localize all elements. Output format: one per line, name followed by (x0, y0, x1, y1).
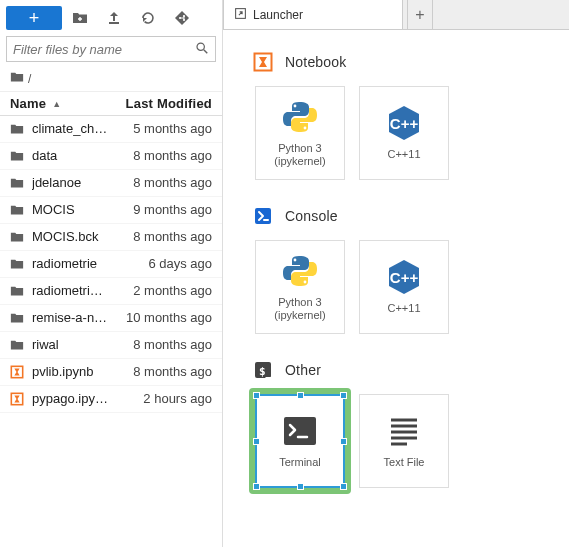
file-browser-toolbar: + (0, 4, 222, 36)
file-row[interactable]: MOCIS9 months ago (0, 197, 222, 224)
card-row: TerminalText File (253, 394, 569, 488)
file-row[interactable]: radiometrie6 days ago (0, 251, 222, 278)
file-modified: 8 months ago (133, 173, 212, 193)
resize-handle[interactable] (340, 483, 347, 490)
folder-icon (10, 122, 26, 136)
launcher-card[interactable]: C++11 (359, 240, 449, 334)
file-row[interactable]: jdelanoe8 months ago (0, 170, 222, 197)
tab-launcher[interactable]: Launcher (223, 0, 403, 29)
card-label: C++11 (383, 148, 424, 161)
file-modified: 9 months ago (133, 200, 212, 220)
file-modified: 8 months ago (133, 335, 212, 355)
file-modified: 8 months ago (133, 362, 212, 382)
file-name: jdelanoe (32, 173, 133, 193)
search-icon (195, 41, 209, 58)
launcher-section: OtherTerminalText File (253, 360, 569, 488)
card-label: Text File (380, 456, 429, 469)
file-name: data (32, 146, 133, 166)
file-modified: 8 months ago (133, 227, 212, 247)
folder-icon (10, 176, 26, 190)
file-row[interactable]: MOCIS.bck8 months ago (0, 224, 222, 251)
resize-handle[interactable] (297, 392, 304, 399)
file-name: pvlib.ipynb (32, 362, 133, 382)
filter-input[interactable] (13, 42, 195, 57)
new-tab-button[interactable]: + (407, 0, 433, 29)
file-modified: 2 months ago (133, 281, 212, 301)
column-name[interactable]: Name (10, 96, 46, 111)
launcher-section: NotebookPython 3 (ipykernel)C++11 (253, 52, 569, 180)
card-label: Python 3 (ipykernel) (256, 296, 344, 322)
breadcrumb-path: / (28, 72, 31, 86)
breadcrumb[interactable]: / (0, 66, 222, 92)
python-icon (281, 98, 319, 136)
resize-handle[interactable] (253, 483, 260, 490)
console-icon (253, 206, 273, 226)
notebook-icon (10, 392, 26, 406)
file-row[interactable]: climate_ch…5 months ago (0, 116, 222, 143)
file-name: radiometri… (32, 281, 133, 301)
card-label: C++11 (383, 302, 424, 315)
folder-icon (10, 230, 26, 244)
file-list: climate_ch…5 months agodata8 months agoj… (0, 116, 222, 547)
card-label: Terminal (275, 456, 325, 469)
new-folder-button[interactable] (64, 6, 96, 30)
card-label: Python 3 (ipykernel) (256, 142, 344, 168)
file-name: MOCIS.bck (32, 227, 133, 247)
launcher-card[interactable]: Python 3 (ipykernel) (255, 86, 345, 180)
launcher-card[interactable]: C++11 (359, 86, 449, 180)
launch-icon (234, 7, 247, 23)
file-list-header: Name ▲ Last Modified (0, 92, 222, 116)
refresh-button[interactable] (132, 6, 164, 30)
file-name: riwal (32, 335, 133, 355)
file-modified: 10 months ago (126, 308, 212, 328)
file-row[interactable]: remise-a-n…10 months ago (0, 305, 222, 332)
section-title: Notebook (285, 54, 347, 70)
folder-icon (10, 311, 26, 325)
launcher-card[interactable]: Python 3 (ipykernel) (255, 240, 345, 334)
new-launcher-button[interactable]: + (6, 6, 62, 30)
section-header: Other (253, 360, 569, 380)
file-modified: 8 months ago (133, 146, 212, 166)
section-title: Console (285, 208, 338, 224)
folder-icon (10, 257, 26, 271)
filter-input-wrap[interactable] (6, 36, 216, 62)
file-modified: 2 hours ago (143, 389, 212, 409)
resize-handle[interactable] (340, 392, 347, 399)
terminal-icon (253, 360, 273, 380)
file-name: remise-a-n… (32, 308, 126, 328)
file-row[interactable]: radiometri…2 months ago (0, 278, 222, 305)
section-title: Other (285, 362, 321, 378)
file-modified: 5 months ago (133, 119, 212, 139)
card-row: Python 3 (ipykernel)C++11 (253, 86, 569, 180)
upload-button[interactable] (98, 6, 130, 30)
sort-asc-icon: ▲ (52, 99, 61, 109)
file-modified: 6 days ago (148, 254, 212, 274)
launcher-card[interactable]: Text File (359, 394, 449, 488)
notebook-icon (10, 365, 26, 379)
file-row[interactable]: pvlib.ipynb8 months ago (0, 359, 222, 386)
resize-handle[interactable] (253, 438, 260, 445)
file-row[interactable]: riwal8 months ago (0, 332, 222, 359)
launcher-card[interactable]: Terminal (255, 394, 345, 488)
file-name: radiometrie (32, 254, 148, 274)
resize-handle[interactable] (297, 483, 304, 490)
card-row: Python 3 (ipykernel)C++11 (253, 240, 569, 334)
folder-icon (10, 149, 26, 163)
section-header: Console (253, 206, 569, 226)
file-name: pypago.ipy… (32, 389, 143, 409)
file-browser-sidebar: + / Name ▲ Last Modified climate_ch…5 mo… (0, 0, 223, 547)
file-row[interactable]: data8 months ago (0, 143, 222, 170)
file-name: climate_ch… (32, 119, 133, 139)
folder-icon (10, 203, 26, 217)
column-modified[interactable]: Last Modified (126, 96, 212, 111)
tab-label: Launcher (253, 8, 303, 22)
resize-handle[interactable] (253, 392, 260, 399)
resize-handle[interactable] (340, 438, 347, 445)
main-pane: Launcher + NotebookPython 3 (ipykernel)C… (223, 0, 569, 547)
notebook-icon (253, 52, 273, 72)
git-button[interactable] (166, 6, 198, 30)
folder-icon (10, 70, 24, 87)
cpp-icon (385, 258, 423, 296)
file-row[interactable]: pypago.ipy…2 hours ago (0, 386, 222, 413)
tab-bar: Launcher + (223, 0, 569, 30)
